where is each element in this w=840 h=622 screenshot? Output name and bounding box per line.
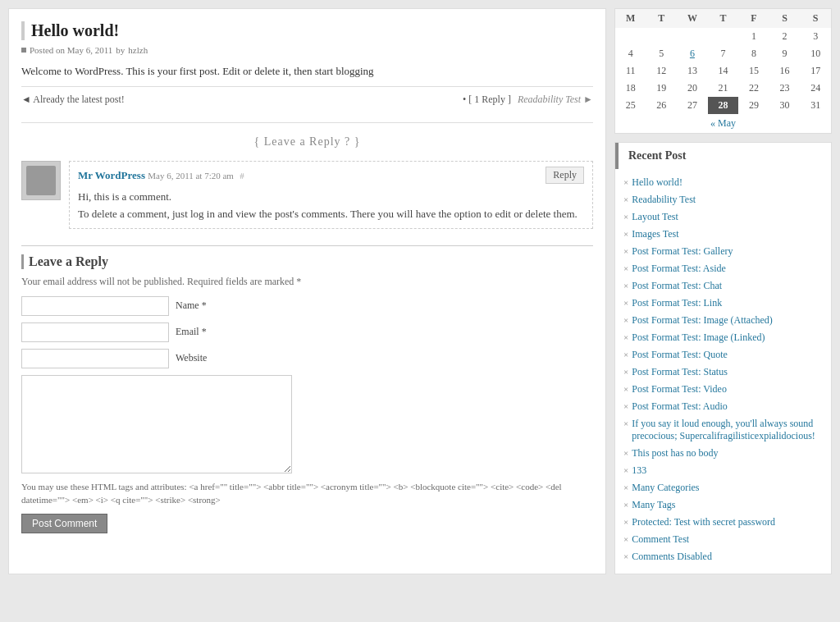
meta-by: by [116,45,125,55]
x-mark: × [623,465,628,475]
x-mark: × [623,332,628,342]
x-mark: × [623,350,628,359]
calendar-cell[interactable]: 21 [708,80,739,97]
x-mark: × [623,177,628,187]
recent-post-link[interactable]: Post Format Test: Audio [632,400,728,413]
calendar-cell[interactable]: 16 [769,62,801,80]
recent-post-link[interactable]: Post Format Test: Aside [632,263,726,275]
calendar-cell[interactable]: 4 [615,45,646,62]
recent-post-link[interactable]: Post Format Test: Video [632,383,727,396]
recent-post-link[interactable]: Post Format Test: Chat [632,280,722,292]
calendar-cell[interactable]: 8 [738,45,769,62]
recent-post-link[interactable]: Post Format Test: Link [632,297,722,309]
sidebar: MTWTFSS 12345678910111213141516171819202… [614,8,832,574]
comment-textarea[interactable] [21,375,292,473]
recent-post-link[interactable]: Protected: Test with secret password [632,516,775,528]
recent-post-item: ×133 [623,462,823,479]
post-title: Hello world! [21,21,593,40]
calendar-cell[interactable]: 5 [646,45,678,62]
reply-form-title: Leave a Reply [21,254,593,269]
recent-post-link[interactable]: This post has no body [632,447,718,460]
leave-reply-section: { Leave a Reply ? } Mr WordPress May 6, … [21,122,593,533]
name-input[interactable] [21,296,169,316]
calendar-cell[interactable]: 19 [646,80,678,97]
calendar-cell[interactable]: 26 [646,97,678,114]
calendar-cell[interactable]: 18 [615,80,646,97]
calendar-cell [677,28,708,45]
calendar-cell[interactable]: 6 [677,45,708,62]
calendar-cell[interactable]: 23 [769,80,801,97]
reply-count[interactable]: • [ 1 Reply ] [463,94,511,106]
calendar-cell[interactable]: 1 [738,28,769,45]
cal-day-header: S [800,9,831,28]
email-row: Email * [21,322,593,342]
x-mark: × [623,229,628,239]
calendar-cell[interactable]: 13 [677,62,708,80]
recent-post-link[interactable]: Comment Test [632,533,689,546]
calendar-cell[interactable]: 17 [800,62,831,80]
x-mark: × [623,418,628,428]
readability-link[interactable]: Readability Test ► [518,94,593,106]
recent-post-link[interactable]: 133 [632,464,646,477]
recent-post-link[interactable]: Many Categories [632,482,699,494]
recent-post-item: ×Post Format Test: Image (Linked) [623,329,823,346]
calendar-table: MTWTFSS 12345678910111213141516171819202… [615,9,831,114]
calendar-cell[interactable]: 10 [800,45,831,62]
calendar-cell[interactable]: 29 [738,97,769,114]
calendar-cell[interactable]: 9 [769,45,801,62]
calendar-row: 123 [615,28,831,45]
recent-post-link[interactable]: Layout Test [632,211,678,223]
calendar-row: 11121314151617 [615,62,831,80]
prev-month-link[interactable]: « May [710,117,736,129]
post-footer: ◄ Already the latest post! • [ 1 Reply ]… [21,86,593,106]
cal-day-header: S [769,9,801,28]
calendar-cell[interactable]: 24 [800,80,831,97]
x-mark: × [623,246,628,256]
recent-post-link[interactable]: Images Test [632,228,678,240]
name-label: Name * [176,300,207,312]
email-input[interactable] [21,322,169,342]
recent-post-link[interactable]: Post Format Test: Image (Linked) [632,332,765,344]
recent-post-link[interactable]: Post Format Test: Quote [632,349,728,361]
calendar-cell[interactable]: 25 [615,97,646,114]
reply-button[interactable]: Reply [546,167,584,184]
calendar-cell[interactable]: 14 [708,62,739,80]
post-comment-button[interactable]: Post Comment [21,514,107,533]
x-mark: × [623,194,628,204]
cal-day-header: F [738,9,769,28]
calendar-cell[interactable]: 15 [738,62,769,80]
recent-post-link[interactable]: If you say it loud enough, you'll always… [632,418,823,442]
website-input[interactable] [21,349,169,368]
recent-post-link[interactable]: Readability Test [632,194,696,206]
name-row: Name * [21,296,593,316]
calendar-nav[interactable]: « May [615,114,831,133]
x-mark: × [623,298,628,308]
x-mark: × [623,367,628,377]
calendar-cell[interactable]: 20 [677,80,708,97]
comment-author[interactable]: Mr WordPress [78,169,145,181]
recent-post-item: ×Post Format Test: Chat [623,277,823,295]
calendar-cell[interactable]: 2 [769,28,801,45]
recent-post-item: ×Many Tags [623,496,823,514]
calendar-cell[interactable]: 30 [769,97,801,114]
calendar-cell[interactable]: 31 [800,97,831,114]
leave-reply-header: { Leave a Reply ? } [21,135,593,149]
comment-text: Hi, this is a comment. To delete a comme… [78,189,584,223]
recent-post-link[interactable]: Post Format Test: Status [632,366,728,378]
recent-post-link[interactable]: Many Tags [632,499,675,511]
calendar-cell[interactable]: 7 [708,45,739,62]
calendar-cell[interactable]: 27 [677,97,708,114]
calendar-cell[interactable]: 11 [615,62,646,80]
calendar-cell[interactable]: 12 [646,62,678,80]
x-mark: × [623,212,628,222]
website-label: Website [176,352,207,364]
recent-post-link[interactable]: Post Format Test: Image (Attached) [632,314,773,327]
cal-day-header: T [646,9,678,28]
calendar-cell[interactable]: 3 [800,28,831,45]
recent-post-link[interactable]: Post Format Test: Gallery [632,245,733,258]
recent-post-link[interactable]: Comments Disabled [632,551,712,563]
calendar-cell: 28 [708,97,739,114]
calendar-cell[interactable]: 22 [738,80,769,97]
recent-post-link[interactable]: Hello world! [632,176,682,189]
x-mark: × [623,483,628,492]
